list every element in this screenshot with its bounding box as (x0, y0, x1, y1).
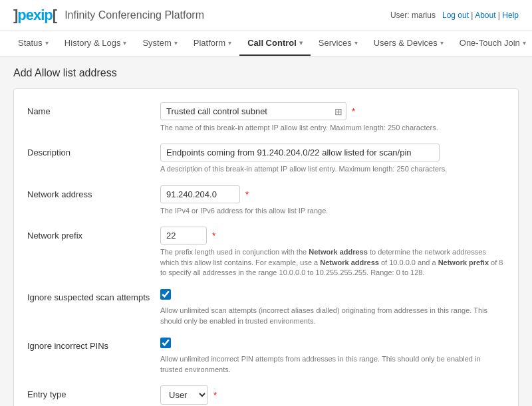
header-user-info: User: marius Log out | About | Help (390, 11, 519, 20)
nav-item-users-devices[interactable]: Users & Devices ▾ (366, 31, 452, 56)
entry-type-select[interactable]: User Proxy (160, 385, 208, 405)
network-prefix-hint: The prefix length used in conjunction wi… (160, 247, 505, 278)
ignore-pins-hint: Allow unlimited incorrect PIN attempts f… (160, 354, 505, 375)
required-star: * (245, 189, 249, 199)
logo: ]pexip[ (13, 7, 57, 24)
description-row: Description A description of this break-… (27, 144, 505, 174)
required-star: * (212, 231, 215, 241)
chevron-down-icon: ▾ (228, 39, 231, 47)
description-control: A description of this break-in attempt I… (160, 144, 505, 174)
ignore-scan-label: Ignore suspected scan attempts (27, 288, 160, 326)
header: ]pexip[ Infinity Conferencing Platform U… (0, 0, 532, 31)
ignore-pins-checkbox[interactable] (160, 338, 171, 348)
network-prefix-input[interactable] (160, 227, 207, 245)
network-address-hint: The IPv4 or IPv6 address for this allow … (160, 206, 505, 216)
name-hint: The name of this break-in attempt IP all… (160, 123, 505, 133)
entry-type-label: Entry type (27, 385, 160, 406)
description-input[interactable] (160, 144, 440, 161)
network-prefix-row: Network prefix * The prefix length used … (27, 227, 505, 278)
page-content: Add Allow list address Name ⊞ * The name… (0, 56, 532, 406)
ignore-scan-checkbox[interactable] (160, 289, 171, 300)
name-input-wrap: ⊞ * (160, 102, 505, 120)
grid-icon: ⊞ (334, 106, 342, 117)
nav-item-platform[interactable]: Platform ▾ (186, 31, 239, 56)
ignore-scan-row: Ignore suspected scan attempts Allow unl… (27, 288, 505, 326)
network-prefix-control: * The prefix length used in conjunction … (160, 227, 505, 278)
form-card: Name ⊞ * The name of this break-in attem… (13, 88, 519, 406)
required-star: * (213, 390, 217, 400)
chevron-down-icon: ▾ (440, 39, 444, 47)
name-control: ⊞ * The name of this break-in attempt IP… (160, 102, 505, 133)
entry-type-row: Entry type User Proxy * The entry type o… (27, 385, 505, 406)
logout-link[interactable]: Log out (442, 11, 469, 20)
description-label: Description (27, 144, 160, 174)
description-hint: A description of this break-in attempt I… (160, 164, 505, 174)
chevron-down-icon: ▾ (45, 39, 49, 47)
nav-item-system[interactable]: System ▾ (134, 31, 185, 56)
network-prefix-input-wrap: * (160, 227, 505, 245)
ignore-pins-control: Allow unlimited incorrect PIN attempts f… (160, 337, 505, 375)
about-link[interactable]: About (475, 11, 495, 20)
network-address-label: Network address (27, 185, 160, 216)
nav-item-one-touch-join[interactable]: One-Touch Join ▾ (452, 31, 532, 56)
nav-item-call-control[interactable]: Call Control ▾ (239, 31, 311, 56)
ignore-pins-label: Ignore incorrect PINs (27, 337, 160, 375)
nav-item-status[interactable]: Status ▾ (10, 31, 57, 56)
header-left: ]pexip[ Infinity Conferencing Platform (13, 7, 204, 24)
network-prefix-label: Network prefix (27, 227, 160, 278)
chevron-down-icon: ▾ (354, 39, 358, 47)
nav-item-history-logs[interactable]: History & Logs ▾ (57, 31, 135, 56)
ignore-scan-control: Allow unlimited scan attempts (incorrect… (160, 288, 505, 326)
navigation: Status ▾ History & Logs ▾ System ▾ Platf… (0, 31, 532, 56)
help-link[interactable]: Help (502, 11, 519, 20)
network-address-input[interactable] (160, 185, 240, 203)
name-label: Name (27, 102, 160, 133)
ignore-scan-hint: Allow unlimited scan attempts (incorrect… (160, 306, 505, 326)
chevron-down-icon: ▾ (174, 39, 178, 47)
network-address-control: * The IPv4 or IPv6 address for this allo… (160, 185, 505, 216)
name-row: Name ⊞ * The name of this break-in attem… (27, 102, 505, 133)
network-address-row: Network address * The IPv4 or IPv6 addre… (27, 185, 505, 216)
chevron-down-icon: ▾ (523, 39, 526, 47)
name-input[interactable] (160, 102, 346, 120)
nav-item-services[interactable]: Services ▾ (311, 31, 366, 56)
page-title: Add Allow list address (13, 67, 519, 79)
ignore-pins-row: Ignore incorrect PINs Allow unlimited in… (27, 337, 505, 375)
entry-type-control: User Proxy * The entry type of this addr… (160, 385, 505, 406)
user-label: User: marius (390, 11, 436, 20)
required-star: * (352, 106, 355, 116)
network-address-input-wrap: * (160, 185, 505, 203)
name-input-container: ⊞ (160, 102, 346, 120)
chevron-down-icon: ▾ (123, 39, 126, 47)
logo-bracket-right: [ (53, 7, 57, 23)
entry-type-input-wrap: User Proxy * (160, 385, 505, 405)
app-title: Infinity Conferencing Platform (65, 9, 204, 21)
chevron-down-icon: ▾ (299, 39, 303, 47)
